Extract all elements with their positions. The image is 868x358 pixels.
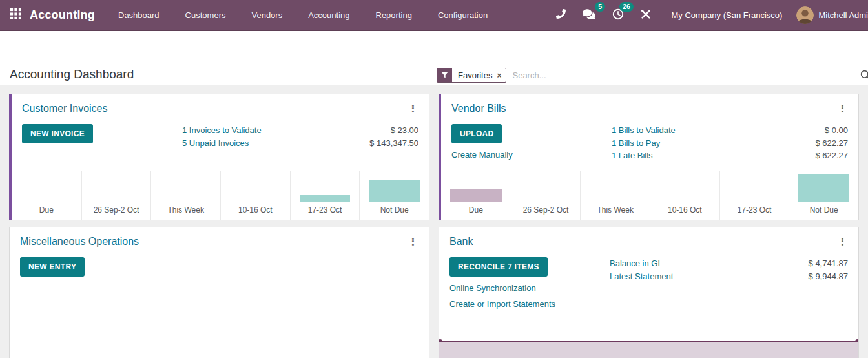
axis-label: Due bbox=[441, 202, 511, 220]
developer-tools-icon bbox=[641, 9, 651, 22]
customer-invoices-chart[interactable]: Due 26 Sep-2 Oct This Week 10-16 Oct 17-… bbox=[12, 171, 429, 220]
kebab-menu-icon[interactable]: ⋮ bbox=[406, 236, 420, 247]
user-avatar bbox=[796, 6, 814, 24]
chart-bar[interactable] bbox=[369, 180, 420, 202]
search-facet-favorites[interactable]: Favorites × bbox=[437, 68, 506, 83]
chart-bar[interactable] bbox=[798, 174, 849, 202]
axis-label: 26 Sep-2 Oct bbox=[511, 202, 581, 220]
axis-label: Not Due bbox=[359, 202, 429, 220]
bank-title[interactable]: Bank bbox=[450, 236, 473, 247]
stat-row: Latest Statement $ 9,944.87 bbox=[610, 270, 848, 283]
kebab-menu-icon[interactable]: ⋮ bbox=[835, 236, 850, 247]
messages-button[interactable]: 5 bbox=[574, 5, 604, 26]
card-miscellaneous-operations: Miscellaneous Operations ⋮ NEW ENTRY bbox=[9, 227, 429, 358]
user-name: Mitchell Admi bbox=[818, 10, 868, 20]
search-bar[interactable]: Favorites × bbox=[437, 66, 868, 85]
amount: $ 143,347.50 bbox=[369, 137, 418, 150]
bills-to-validate-link[interactable]: 1 Bills to Validate bbox=[612, 124, 676, 137]
search-icon[interactable] bbox=[860, 70, 868, 83]
amount: $ 622.27 bbox=[815, 137, 848, 150]
late-bills-link[interactable]: 1 Late Bills bbox=[612, 149, 653, 162]
menu-item-vendors[interactable]: Vendors bbox=[238, 0, 295, 31]
reconcile-items-button[interactable]: RECONCILE 7 ITEMS bbox=[450, 257, 548, 277]
facet-label: Favorites bbox=[452, 68, 497, 82]
apps-grid-icon bbox=[10, 8, 21, 22]
latest-statement-link[interactable]: Latest Statement bbox=[610, 270, 673, 283]
create-manually-link[interactable]: Create Manually bbox=[451, 150, 612, 160]
card-bank: Bank ⋮ RECONCILE 7 ITEMS Online Synchron… bbox=[439, 227, 859, 358]
stat-row: 1 Invoices to Validate $ 23.00 bbox=[182, 124, 418, 137]
bills-to-pay-link[interactable]: 1 Bills to Pay bbox=[612, 137, 660, 150]
control-panel: Accounting Dashboard Favorites × Filters bbox=[0, 31, 868, 85]
amount: $ 23.00 bbox=[391, 124, 418, 137]
upload-button[interactable]: UPLOAD bbox=[451, 124, 502, 143]
chart-x-axis: Due 26 Sep-2 Oct This Week 10-16 Oct 17-… bbox=[441, 202, 858, 220]
menu-item-configuration[interactable]: Configuration bbox=[425, 0, 501, 31]
invoices-to-validate-link[interactable]: 1 Invoices to Validate bbox=[182, 124, 262, 137]
facet-funnel-icon bbox=[437, 68, 452, 82]
messages-icon bbox=[583, 8, 595, 23]
developer-tools-button[interactable] bbox=[632, 5, 659, 26]
menu-item-accounting[interactable]: Accounting bbox=[295, 0, 362, 31]
axis-label: 10-16 Oct bbox=[220, 202, 290, 220]
online-synchronization-link[interactable]: Online Synchronization bbox=[450, 283, 610, 293]
card-customer-invoices: Customer Invoices ⋮ NEW INVOICE 1 Invoic… bbox=[9, 94, 429, 220]
navbar-systray: 5 26 My Company (San Francisco) Mitchell… bbox=[548, 5, 868, 26]
miscellaneous-operations-title[interactable]: Miscellaneous Operations bbox=[20, 236, 139, 247]
main-menu: Dashboard Customers Vendors Accounting R… bbox=[105, 0, 501, 31]
dashboard-grid: Customer Invoices ⋮ NEW INVOICE 1 Invoic… bbox=[0, 85, 868, 358]
menu-item-reporting[interactable]: Reporting bbox=[363, 0, 425, 31]
amount: $ 0.00 bbox=[825, 124, 848, 137]
card-vendor-bills: Vendor Bills ⋮ UPLOAD Create Manually 1 … bbox=[439, 94, 859, 220]
stat-row: 1 Bills to Pay $ 622.27 bbox=[612, 137, 848, 150]
amount: $ 9,944.87 bbox=[809, 270, 848, 283]
apps-menu-button[interactable] bbox=[10, 8, 21, 22]
company-switcher[interactable]: My Company (San Francisco) bbox=[671, 10, 782, 20]
chart-bar[interactable] bbox=[450, 189, 502, 202]
facet-remove-icon[interactable]: × bbox=[497, 68, 506, 82]
stat-row: 1 Bills to Validate $ 0.00 bbox=[612, 124, 848, 137]
menu-item-dashboard[interactable]: Dashboard bbox=[105, 0, 172, 31]
phone-icon bbox=[556, 9, 566, 21]
axis-label: This Week bbox=[580, 202, 650, 220]
balance-in-gl-link[interactable]: Balance in GL bbox=[610, 257, 663, 270]
chart-bar[interactable] bbox=[300, 195, 351, 202]
activities-button[interactable]: 26 bbox=[604, 5, 632, 26]
app-title[interactable]: Accounting bbox=[30, 8, 95, 22]
kebab-menu-icon[interactable]: ⋮ bbox=[835, 103, 850, 114]
create-or-import-statements-link[interactable]: Create or Import Statements bbox=[450, 299, 610, 309]
axis-label: 17-23 Oct bbox=[719, 202, 789, 220]
axis-label: 26 Sep-2 Oct bbox=[81, 202, 151, 220]
new-invoice-button[interactable]: NEW INVOICE bbox=[22, 124, 93, 143]
bank-balance-chart[interactable] bbox=[439, 341, 858, 358]
chart-x-axis: Due 26 Sep-2 Oct This Week 10-16 Oct 17-… bbox=[12, 202, 429, 220]
vendor-bills-chart[interactable]: Due 26 Sep-2 Oct This Week 10-16 Oct 17-… bbox=[441, 171, 858, 220]
axis-label: Due bbox=[12, 202, 81, 220]
kebab-menu-icon[interactable]: ⋮ bbox=[406, 103, 420, 114]
top-navbar: Accounting Dashboard Customers Vendors A… bbox=[0, 0, 868, 31]
amount: $ 4,741.87 bbox=[809, 257, 848, 270]
axis-label: Not Due bbox=[789, 202, 858, 220]
vendor-bills-title[interactable]: Vendor Bills bbox=[451, 103, 506, 114]
voip-phone-button[interactable] bbox=[548, 5, 574, 25]
menu-item-customers[interactable]: Customers bbox=[172, 0, 239, 31]
page-title: Accounting Dashboard bbox=[10, 67, 134, 81]
stat-row: 1 Late Bills $ 622.27 bbox=[612, 149, 848, 162]
bank-balance-area bbox=[439, 342, 858, 358]
stat-row: 5 Unpaid Invoices $ 143,347.50 bbox=[182, 137, 418, 150]
unpaid-invoices-link[interactable]: 5 Unpaid Invoices bbox=[182, 137, 249, 150]
axis-label: This Week bbox=[150, 202, 220, 220]
new-entry-button[interactable]: NEW ENTRY bbox=[20, 257, 85, 277]
axis-label: 10-16 Oct bbox=[650, 202, 719, 220]
axis-label: 17-23 Oct bbox=[290, 202, 360, 220]
stat-row: Balance in GL $ 4,741.87 bbox=[610, 257, 848, 270]
user-menu[interactable]: Mitchell Admi bbox=[796, 6, 868, 24]
amount: $ 622.27 bbox=[815, 149, 848, 162]
customer-invoices-title[interactable]: Customer Invoices bbox=[22, 103, 108, 114]
activities-badge: 26 bbox=[619, 2, 634, 12]
search-input[interactable] bbox=[512, 70, 868, 80]
